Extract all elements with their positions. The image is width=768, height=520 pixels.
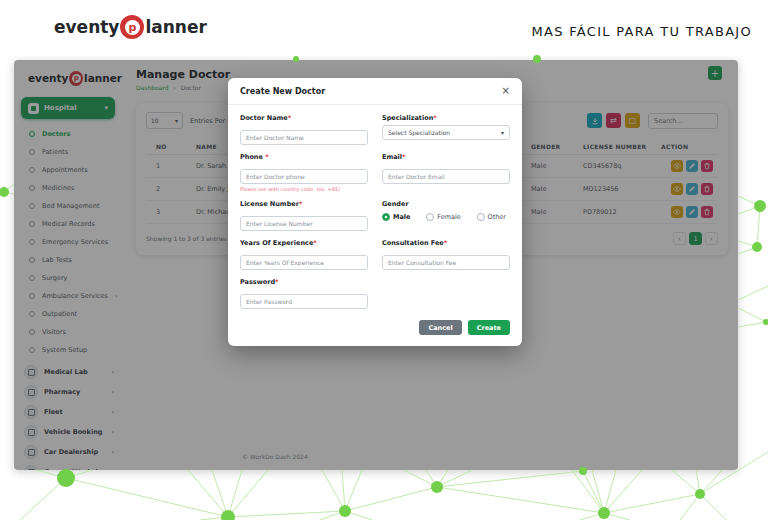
doctor-name-input[interactable] [240,130,368,145]
site-header: eventy p lanner MAS FÁCIL PARA TU TRABAJ… [0,0,768,56]
required-asterisk: * [402,153,405,161]
brand-logo: eventy p lanner [54,15,207,39]
phone-helper-text: Please use with country code. (ex. +91) [240,186,368,192]
field-consultation-fee: Consultation Fee* [382,239,510,270]
brand-gear-icon: p [120,15,144,39]
brand-text-first: eventy [54,17,119,37]
gender-radio[interactable]: Female [426,213,461,221]
radio-icon [477,213,485,221]
create-button[interactable]: Create [468,320,510,335]
field-license-number: License Number* [240,200,368,231]
field-password: Password* [240,278,368,309]
modal-footer: Cancel Create [228,311,522,346]
field-experience: Years Of Experience* [240,239,368,270]
specialization-select[interactable]: Select Specialization ▾ [382,125,510,140]
chevron-down-icon: ▾ [501,129,504,136]
radio-label: Other [488,213,506,221]
radio-label: Female [437,213,461,221]
consultation-fee-input[interactable] [382,255,510,270]
password-input[interactable] [240,294,368,309]
create-doctor-modal: Create New Doctor × Doctor Name* Special… [228,78,522,346]
modal-title: Create New Doctor [240,87,325,96]
header-tagline: MAS FÁCIL PARA TU TRABAJO [532,24,752,39]
cancel-button[interactable]: Cancel [419,320,461,335]
required-asterisk: * [313,239,316,247]
radio-label: Male [393,213,411,221]
phone-input[interactable] [240,169,368,184]
modal-body: Doctor Name* Specialization* Select Spec… [228,105,522,311]
radio-icon [426,213,434,221]
gender-radio-group: Male Female Other [382,213,510,221]
required-asterisk: * [299,200,302,208]
specialization-selected-value: Select Specialization [388,129,450,136]
brand-text-second: lanner [145,17,206,37]
app-window: eventy p lanner Hospital ▾ Doctors Patie… [14,60,738,470]
email-input[interactable] [382,169,510,184]
modal-header: Create New Doctor × [228,78,522,105]
required-asterisk: * [265,153,268,161]
required-asterisk: * [444,239,447,247]
experience-input[interactable] [240,255,368,270]
required-asterisk: * [288,114,291,122]
license-number-input[interactable] [240,216,368,231]
field-email: Email* [382,153,510,192]
field-specialization: Specialization* Select Specialization ▾ [382,114,510,145]
gender-radio[interactable]: Other [477,213,506,221]
field-phone: Phone * Please use with country code. (e… [240,153,368,192]
required-asterisk: * [433,114,436,122]
gender-radio[interactable]: Male [382,213,411,221]
field-doctor-name: Doctor Name* [240,114,368,145]
required-asterisk: * [275,278,278,286]
radio-icon [382,213,390,221]
close-icon[interactable]: × [502,86,510,96]
field-gender: Gender Male Female [382,200,510,231]
